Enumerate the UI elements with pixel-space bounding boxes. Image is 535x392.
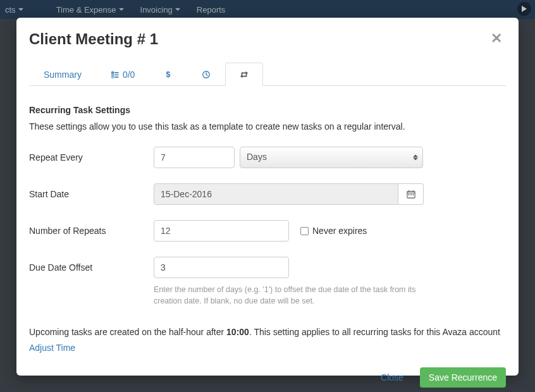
num-repeats-input[interactable] <box>154 220 289 242</box>
close-icon[interactable]: ✕ <box>487 30 506 47</box>
section-desc: These settings allow you to use this tas… <box>29 121 506 132</box>
tab-recurring[interactable] <box>225 63 263 86</box>
svg-rect-6 <box>412 194 414 195</box>
calendar-button[interactable] <box>398 183 424 205</box>
start-date-input[interactable] <box>154 183 398 205</box>
modal-title: Client Meeting # 1 <box>29 30 158 48</box>
adjust-time-link[interactable]: Adjust Time <box>29 341 75 355</box>
modal-header: Client Meeting # 1 ✕ <box>29 30 506 48</box>
dollar-icon: $ <box>164 70 173 79</box>
svg-text:$: $ <box>166 70 171 79</box>
task-modal: Client Meeting # 1 ✕ Summary 0/0 $ Recur… <box>16 18 519 376</box>
tab-summary[interactable]: Summary <box>29 63 96 86</box>
repeat-icon <box>240 70 249 79</box>
checklist-icon <box>111 70 120 79</box>
calendar-icon <box>407 190 415 199</box>
start-date-label: Start Date <box>29 189 154 199</box>
row-due-offset: Due Date Offset <box>29 257 506 278</box>
row-num-repeats: Number of Repeats Never expires <box>29 220 506 242</box>
tab-billing[interactable]: $ <box>149 63 187 86</box>
due-offset-input[interactable] <box>154 257 289 278</box>
never-expires-checkbox[interactable] <box>300 227 309 235</box>
save-button[interactable]: Save Recurrence <box>420 367 506 388</box>
repeat-every-label: Repeat Every <box>29 152 154 162</box>
modal-footer: Close Save Recurrence <box>29 355 506 388</box>
repeat-every-input[interactable] <box>154 147 235 168</box>
close-button[interactable]: Close <box>372 367 412 388</box>
due-offset-help: Enter the number of days (e.g. '1') to o… <box>154 285 426 307</box>
never-expires-label[interactable]: Never expires <box>312 226 367 236</box>
row-repeat-every: Repeat Every Days <box>29 147 506 168</box>
svg-rect-4 <box>408 194 409 195</box>
svg-rect-5 <box>410 194 412 195</box>
schedule-info: Upcoming tasks are created on the half-h… <box>29 326 506 355</box>
clock-icon <box>202 70 211 79</box>
section-title: Recurring Task Settings <box>29 105 506 115</box>
due-offset-label: Due Date Offset <box>29 262 154 273</box>
tab-time[interactable] <box>187 63 225 86</box>
repeat-unit-select[interactable]: Days <box>240 147 423 168</box>
tabs: Summary 0/0 $ <box>29 62 506 86</box>
row-start-date: Start Date <box>29 183 506 205</box>
num-repeats-label: Number of Repeats <box>29 226 154 236</box>
tab-checklist[interactable]: 0/0 <box>96 63 149 86</box>
